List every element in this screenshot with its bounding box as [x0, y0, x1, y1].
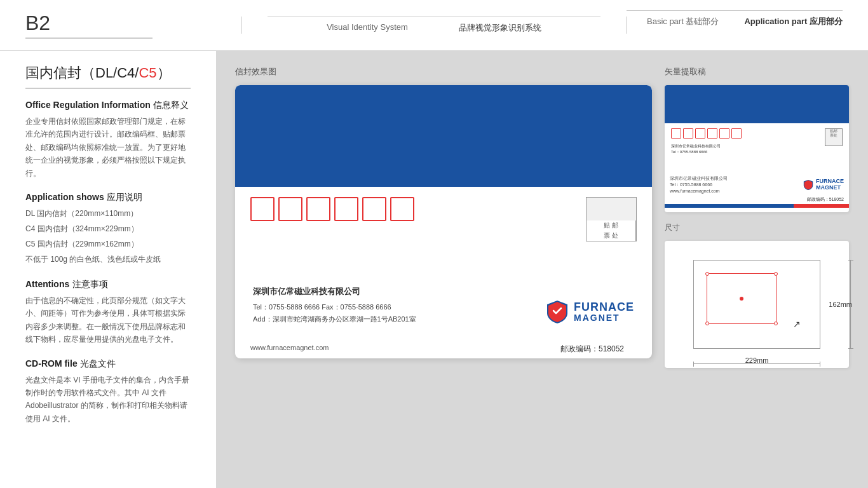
section-info-title: Office Regulation Information 信息释义 — [25, 99, 191, 111]
header-center: Visual Identity System 品牌视觉形象识别系统 — [241, 17, 627, 34]
cursor-icon: ↗ — [793, 319, 801, 329]
header-right: Basic part 基础部分 Application part 应用部分 — [627, 10, 843, 27]
stamp-label-2: 票 处 — [587, 231, 636, 241]
section-cdrom-title: CD-ROM file 光盘文件 — [25, 358, 191, 370]
section-shows-list: DL 国内信封（220mm×110mm） C4 国内信封（324mm×229mm… — [25, 206, 191, 267]
stamp-inner — [587, 198, 636, 220]
dim-bottom-left-tick — [693, 362, 694, 367]
section-info-body: 企业专用信封依照国家邮政管理部门规定，在标准允许的范围内进行设计。邮政编码框、贴… — [25, 115, 191, 180]
corner-tr — [774, 272, 778, 276]
corner-tl — [705, 272, 709, 276]
dimension-diagram: ↗ 162mm 229mm — [665, 241, 849, 368]
vd-postal: 邮政编码：518052 — [665, 195, 849, 204]
section-cdrom-body: 光盘文件是本 VI 手册电子文件的集合，内含手册制作时的专用软件格式文件。其中 … — [25, 374, 191, 426]
dim-width-label: 229mm — [745, 356, 769, 364]
postal-box-4 — [334, 197, 358, 221]
vd-footer-text: 深圳市亿常磁业科技有限公司 Tel：0755-5888 6666 www.fur… — [670, 175, 728, 194]
postal-box-2 — [278, 197, 302, 221]
center-dot — [740, 297, 743, 301]
furnace-logo: FURNACE MAGNET — [545, 299, 634, 325]
dim-height-label: 162mm — [829, 301, 852, 308]
postal-box-1 — [250, 197, 275, 221]
envelope-body: 贴 邮 票 处 深圳市亿常磁业科技有限公司 Tel：0755-5888 6666… — [235, 187, 652, 335]
dim-right-top-tick — [848, 260, 853, 261]
header: B2 Visual Identity System 品牌视觉形象识别系统 Bas… — [0, 0, 868, 51]
envelope-top-band — [235, 85, 652, 187]
vd-shield-icon — [803, 179, 814, 191]
dim-bottom-right-tick — [820, 362, 820, 367]
vd-stamp: 贴邮票处 — [825, 128, 843, 146]
vd-footer-logo: FURNACEMAGNET — [803, 179, 844, 191]
envelope-website: www.furnacemagnet.com 邮政编码：518052 — [235, 340, 652, 358]
main-content: 国内信封（DL/C4/C5） Office Regulation Informa… — [0, 51, 868, 488]
postal-box-3 — [306, 197, 330, 221]
vd-bottom-stripe — [665, 204, 849, 208]
corner-br — [774, 322, 778, 325]
company-info: 深圳市亿常磁业科技有限公司 Tel：0755-5888 6666 Fax：075… — [253, 285, 416, 325]
vd-address: 深圳市亿常磁业科技有限公司 Tel：0755-5888 6666 — [671, 144, 843, 155]
vd-postal-boxes — [671, 128, 843, 139]
nav-application[interactable]: Application part 应用部分 — [744, 16, 843, 27]
logo-area: FURNACE MAGNET — [545, 299, 634, 325]
outer-rect: ↗ — [693, 260, 820, 349]
sidebar: 国内信封（DL/C4/C5） Office Regulation Informa… — [0, 51, 216, 488]
vi-system-cn-label: 品牌视觉形象识别系统 — [459, 22, 541, 34]
section-attentions-title: Attentions 注意事项 — [25, 278, 191, 290]
page-title: 国内信封（DL/C4/C5） — [25, 64, 191, 89]
envelope-address: 深圳市亿常磁业科技有限公司 Tel：0755-5888 6666 Fax：075… — [250, 285, 637, 325]
section-info: Office Regulation Information 信息释义 企业专用信… — [25, 99, 191, 180]
corner-bl — [705, 322, 709, 325]
section-shows: Application shows 应用说明 DL 国内信封（220mm×110… — [25, 191, 191, 267]
postal-box-6 — [390, 197, 414, 221]
envelope-mockup: 贴 邮 票 处 深圳市亿常磁业科技有限公司 Tel：0755-5888 6666… — [235, 85, 652, 358]
content-area: 信封效果图 — [216, 51, 868, 488]
section-shows-title: Application shows 应用说明 — [25, 191, 191, 203]
postal-box-5 — [362, 197, 386, 221]
vd-body: 贴邮票处 深圳市亿常磁业科技有限公司 Tel：0755-5888 6666 — [665, 123, 849, 174]
vi-system-en-label: Visual Identity System — [327, 22, 408, 34]
header-left: B2 — [25, 11, 241, 39]
envelope-section: 信封效果图 — [235, 66, 652, 473]
envelope-bottom: www.furnacemagnet.com 邮政编码：518052 — [235, 340, 652, 358]
right-column: 矢量提取稿 贴邮票处 深圳市亿常磁业 — [665, 66, 849, 473]
stamp-label: 贴 邮 — [587, 220, 636, 231]
page-code: B2 — [25, 11, 153, 39]
nav-basic[interactable]: Basic part 基础部分 — [647, 16, 719, 27]
dim-right-bottom-tick — [848, 348, 853, 349]
section-attentions: Attentions 注意事项 由于信息的不确定性，此页部分规范（如文字大小、间… — [25, 278, 191, 346]
dimension-label: 尺寸 — [665, 222, 849, 233]
vector-draft: 贴邮票处 深圳市亿常磁业科技有限公司 Tel：0755-5888 6666 深圳… — [665, 85, 849, 212]
dimension-rects: ↗ 162mm 229mm — [693, 260, 820, 349]
vd-top-band — [665, 85, 849, 123]
inner-rect — [707, 273, 776, 324]
section-attentions-body: 由于信息的不确定性，此页部分规范（如文字大小、间距等）可作为参考使用，具体可根据… — [25, 294, 191, 346]
logo-text: FURNACE MAGNET — [574, 301, 634, 323]
vi-system-nav: Visual Identity System 品牌视觉形象识别系统 — [268, 17, 600, 34]
shield-icon — [545, 299, 570, 325]
envelope-section-label: 信封效果图 — [235, 66, 652, 78]
vector-draft-label: 矢量提取稿 — [665, 66, 849, 78]
postal-code-boxes — [250, 197, 637, 221]
section-cdrom: CD-ROM file 光盘文件 光盘文件是本 VI 手册电子文件的集合，内含手… — [25, 358, 191, 426]
stamp-area: 贴 邮 票 处 — [586, 197, 637, 241]
